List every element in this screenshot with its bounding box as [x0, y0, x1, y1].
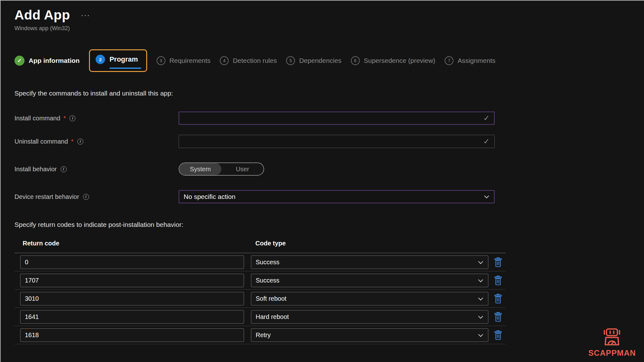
chevron-down-icon	[478, 277, 483, 282]
toggle-option-user[interactable]: User	[221, 163, 264, 175]
install-command-label: Install command * i	[14, 115, 179, 122]
commands-section-heading: Specify the commands to install and unin…	[14, 90, 644, 97]
tab-app-information[interactable]: ✓ App information	[14, 56, 80, 66]
chevron-down-icon	[478, 295, 483, 300]
install-command-input[interactable]	[179, 112, 495, 125]
return-code-input[interactable]	[20, 255, 244, 269]
delete-row-button[interactable]	[493, 312, 503, 322]
trash-icon	[493, 330, 503, 341]
wizard-step-nav: ✓ App information 2 Program 3 Requiremen…	[14, 49, 644, 72]
install-command-row: Install command * i ✓	[14, 112, 644, 125]
tab-detection-rules[interactable]: 4 Detection rules	[220, 56, 277, 65]
step-number-badge: 6	[351, 56, 360, 65]
tab-supersedence[interactable]: 6 Supersedence (preview)	[351, 56, 436, 65]
page-header: Add App ··· Windows app (Win32)	[14, 8, 644, 32]
required-asterisk: *	[71, 138, 74, 145]
code-type-select[interactable]: Retry	[251, 328, 488, 342]
step-label: Requirements	[169, 57, 211, 64]
brand-name: SCAPPMAN	[588, 348, 636, 358]
return-codes-header-row: Return code Code type	[14, 240, 506, 253]
step-label: Assignments	[458, 57, 495, 64]
step-label: Dependencies	[299, 57, 341, 64]
selected-value: Success	[251, 277, 280, 284]
delete-row-button[interactable]	[493, 275, 503, 286]
device-restart-label: Device restart behavior i	[14, 193, 179, 200]
selected-value: No specific action	[179, 193, 236, 200]
info-icon[interactable]: i	[77, 139, 83, 145]
step-label: Program	[109, 55, 138, 63]
return-code-input[interactable]	[20, 292, 244, 305]
robot-icon	[601, 328, 623, 346]
field-label-text: Install behavior	[14, 166, 57, 173]
column-header-code-type: Code type	[255, 240, 286, 247]
selected-value: Soft reboot	[251, 295, 286, 302]
return-code-input[interactable]	[20, 274, 244, 287]
step-number-badge: 2	[96, 55, 105, 64]
chevron-down-icon	[478, 314, 483, 319]
step-number-badge: 3	[157, 56, 165, 65]
return-code-row: Success	[14, 253, 506, 272]
return-code-input[interactable]	[20, 310, 244, 324]
required-asterisk: *	[64, 115, 66, 122]
more-options-button[interactable]: ···	[81, 11, 90, 19]
chevron-down-icon	[484, 194, 489, 199]
active-tab-underline	[109, 68, 141, 69]
field-label-text: Uninstall command	[14, 138, 68, 145]
step-label: Supersedence (preview)	[364, 57, 436, 64]
trash-icon	[493, 275, 503, 286]
install-behavior-row: Install behavior i System User	[14, 162, 644, 176]
trash-icon	[493, 293, 503, 304]
selected-value: Retry	[251, 332, 271, 339]
selected-value: Success	[251, 259, 280, 266]
return-codes-heading: Specify return codes to indicate post-in…	[14, 221, 644, 228]
column-header-return-code: Return code	[23, 240, 255, 247]
device-restart-row: Device restart behavior i No specific ac…	[14, 190, 644, 203]
chevron-down-icon	[478, 332, 483, 337]
toggle-option-system[interactable]: System	[179, 163, 221, 175]
install-behavior-toggle: System User	[179, 162, 264, 176]
return-code-row: Success	[14, 272, 506, 290]
tab-requirements[interactable]: 3 Requirements	[157, 56, 211, 65]
code-type-select[interactable]: Success	[251, 255, 488, 269]
info-icon[interactable]: i	[61, 166, 67, 172]
tab-assignments[interactable]: 7 Assignments	[445, 56, 495, 65]
return-code-input[interactable]	[20, 328, 244, 342]
step-label: Detection rules	[233, 57, 277, 64]
return-code-row: Retry	[14, 326, 506, 344]
scappman-logo: SCAPPMAN	[588, 328, 636, 358]
info-icon[interactable]: i	[83, 194, 89, 200]
code-type-select[interactable]: Soft reboot	[251, 292, 488, 305]
return-code-row: Hard reboot	[14, 308, 506, 326]
info-icon[interactable]: i	[69, 115, 75, 121]
delete-row-button[interactable]	[493, 293, 503, 304]
code-type-select[interactable]: Success	[251, 274, 488, 287]
step-number-badge: 4	[220, 56, 229, 65]
tab-program[interactable]: 2 Program	[89, 49, 147, 72]
trash-icon	[493, 312, 503, 322]
return-codes-table: Return code Code type Success	[14, 240, 506, 344]
step-label: App information	[29, 57, 80, 64]
step-number-badge: 5	[286, 56, 295, 65]
program-tab-content: Specify the commands to install and unin…	[14, 90, 644, 344]
uninstall-command-row: Uninstall command * i ✓	[14, 135, 644, 148]
chevron-down-icon	[478, 259, 483, 264]
field-label-text: Device restart behavior	[14, 193, 79, 200]
uninstall-command-input[interactable]	[179, 135, 495, 148]
trash-icon	[493, 257, 503, 268]
device-restart-select[interactable]: No specific action	[179, 190, 495, 203]
page-title: Add App	[14, 8, 70, 23]
step-complete-check-icon: ✓	[14, 56, 25, 66]
delete-row-button[interactable]	[493, 257, 503, 268]
install-behavior-label: Install behavior i	[14, 166, 179, 173]
step-number-badge: 7	[445, 56, 453, 65]
delete-row-button[interactable]	[493, 330, 503, 341]
uninstall-command-label: Uninstall command * i	[14, 138, 179, 145]
return-code-row: Soft reboot	[14, 290, 506, 308]
field-label-text: Install command	[14, 115, 60, 122]
add-app-wizard: Add App ··· Windows app (Win32) ✓ App in…	[0, 0, 644, 362]
tab-dependencies[interactable]: 5 Dependencies	[286, 56, 341, 65]
page-subtitle: Windows app (Win32)	[14, 25, 644, 32]
selected-value: Hard reboot	[251, 313, 289, 321]
code-type-select[interactable]: Hard reboot	[251, 310, 488, 324]
